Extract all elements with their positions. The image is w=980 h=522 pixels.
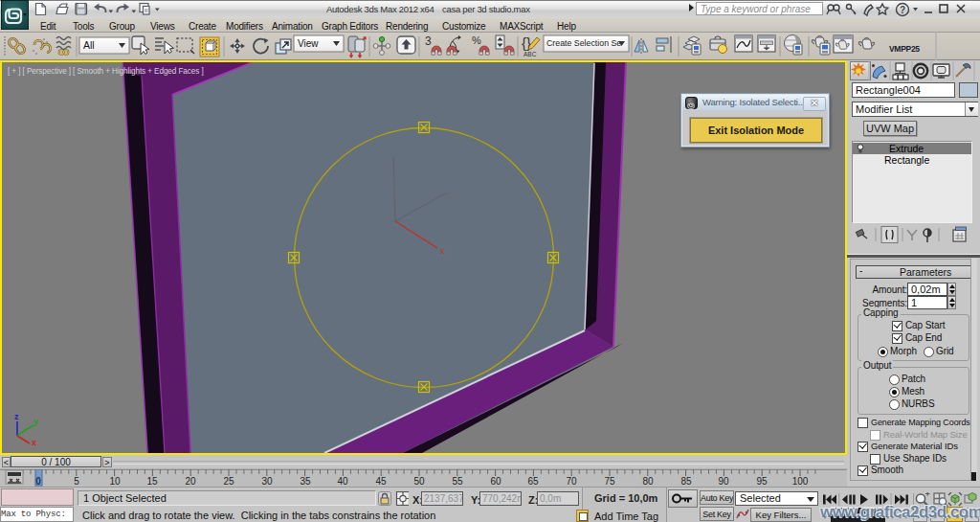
svg-text:View: View — [298, 38, 319, 49]
svg-text:0: 0 — [35, 476, 41, 487]
svg-text:50: 50 — [413, 476, 425, 487]
svg-text:95: 95 — [756, 476, 768, 487]
svg-text:x: x — [440, 246, 445, 256]
svg-text:Create Selection Se: Create Selection Se — [546, 38, 621, 48]
svg-text:20: 20 — [185, 476, 196, 487]
svg-text:y: y — [449, 188, 454, 197]
svg-text:?: ? — [900, 5, 905, 15]
svg-text:65: 65 — [527, 476, 539, 487]
svg-text:[ + ] [ Perspective ] [ Smooth: [ + ] [ Perspective ] [ Smooth + Highlig… — [8, 67, 204, 76]
svg-text:25: 25 — [223, 476, 234, 487]
svg-text:3: 3 — [425, 34, 432, 48]
svg-text:10: 10 — [109, 476, 121, 487]
svg-text:ABC: ABC — [523, 51, 537, 57]
svg-text:40: 40 — [337, 476, 348, 487]
svg-text:70: 70 — [566, 476, 577, 487]
svg-text:x: x — [32, 438, 36, 447]
svg-text:55: 55 — [452, 476, 463, 487]
svg-text:90: 90 — [718, 476, 729, 487]
svg-text:15: 15 — [146, 476, 158, 487]
svg-text:z: z — [391, 147, 396, 156]
svg-text:z: z — [14, 412, 19, 421]
svg-text:85: 85 — [680, 476, 692, 487]
svg-text:VMPP25: VMPP25 — [889, 44, 920, 54]
svg-text:All: All — [83, 39, 95, 51]
svg-text:60: 60 — [490, 476, 501, 487]
svg-text:45: 45 — [375, 476, 387, 487]
svg-text:35: 35 — [300, 476, 311, 487]
svg-text:80: 80 — [642, 476, 654, 487]
svg-text:%: % — [472, 34, 481, 46]
svg-text:y: y — [33, 417, 38, 426]
svg-text:100: 100 — [792, 476, 809, 487]
svg-text:75: 75 — [604, 476, 615, 487]
svg-text:5: 5 — [74, 476, 79, 487]
svg-text:30: 30 — [261, 476, 273, 487]
